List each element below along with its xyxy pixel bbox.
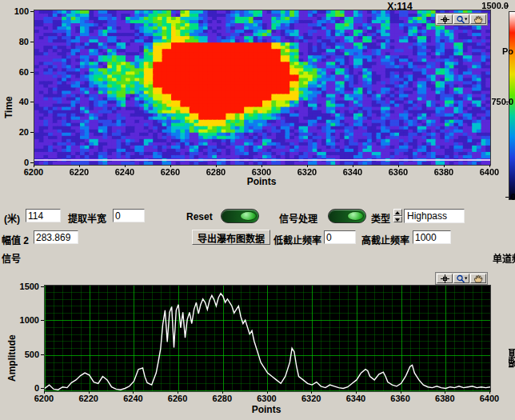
y-axis-tick-label: 100 <box>5 6 29 16</box>
y-axis-tick-label: 0 <box>5 158 29 167</box>
x-axis-tick-label: 6300 <box>248 167 275 177</box>
waveform-line <box>45 294 490 390</box>
bottom-graph-x-axis-label: Points <box>234 404 298 415</box>
x-axis-tick-label: 6220 <box>75 394 102 403</box>
y-axis-tick-mark <box>41 320 44 321</box>
bottom-graph-palette <box>435 272 488 285</box>
y-axis-tick-mark <box>30 162 34 163</box>
signal-process-switch[interactable] <box>328 209 366 223</box>
ramp-tick-mark <box>505 6 509 6</box>
y-axis-tick-mark <box>41 388 44 389</box>
x-axis-tick-label: 6360 <box>385 167 412 177</box>
x-axis-tick-label: 6220 <box>66 167 93 177</box>
x-axis-tick-mark <box>267 391 268 394</box>
x-axis-tick-mark <box>178 391 178 394</box>
filter-type-spinner[interactable] <box>393 209 402 222</box>
x-axis-tick-mark <box>398 165 399 167</box>
zoom-icon <box>456 15 468 24</box>
amplitude2-field[interactable] <box>34 230 78 244</box>
x-axis-tick-label: 6340 <box>339 167 366 177</box>
spectrogram-cursor-line[interactable] <box>34 159 490 161</box>
hand-tool-button[interactable] <box>470 14 486 24</box>
spinner-up-icon[interactable] <box>393 209 402 216</box>
x-axis-tick-mark <box>444 165 445 167</box>
x-axis-tick-label: 6300 <box>254 394 281 403</box>
signal-process-switch-knob <box>347 211 364 221</box>
y-axis-tick-mark <box>41 354 44 355</box>
y-axis-tick-mark <box>30 72 34 73</box>
top-graph-x-axis-label: Points <box>230 176 293 187</box>
x-axis-tick-mark <box>356 391 357 394</box>
x-axis-tick-mark <box>261 165 262 167</box>
y-axis-tick-label: 60 <box>5 67 29 77</box>
y-axis-tick-label: 0 <box>15 383 39 393</box>
crosshair-icon <box>439 274 451 283</box>
waveform-plot[interactable] <box>44 285 491 392</box>
x-axis-tick-label: 6380 <box>431 394 458 403</box>
x-axis-tick-mark <box>489 165 490 167</box>
spectrogram-canvas[interactable] <box>34 10 490 165</box>
waveform-trace <box>45 286 490 391</box>
crosshair-icon <box>439 15 451 24</box>
filter-type-ring[interactable]: Highpass <box>404 209 465 223</box>
y-axis-tick-label: 1500 <box>15 282 39 291</box>
signal-section-label: 信号 <box>2 251 21 265</box>
filter-type-label: 类型 <box>371 211 390 225</box>
crosshair-tool-button[interactable] <box>437 14 453 24</box>
zoom-tool-button[interactable] <box>453 14 469 24</box>
x-axis-tick-mark <box>89 391 90 394</box>
reset-switch[interactable] <box>221 209 259 223</box>
x-axis-tick-mark <box>133 391 134 394</box>
x-axis-tick-mark <box>34 165 34 167</box>
x-axis-tick-mark <box>170 165 171 167</box>
reset-label: Reset <box>186 211 213 222</box>
x-axis-tick-mark <box>44 391 45 394</box>
single-channel-section-label: 单道频 <box>493 251 515 265</box>
color-ramp-partial-label: Po <box>502 46 513 56</box>
x-axis-tick-label: 6240 <box>119 394 146 403</box>
y-axis-tick-label: 40 <box>5 97 29 106</box>
y-axis-tick-label: 1000 <box>15 315 39 325</box>
y-axis-tick-label: 20 <box>5 127 29 137</box>
x-axis-tick-label: 6380 <box>430 167 457 177</box>
x-axis-tick-mark <box>353 165 353 167</box>
hand-icon <box>473 15 485 24</box>
x-axis-tick-label: 6360 <box>387 394 414 403</box>
x-axis-tick-mark <box>489 391 490 394</box>
y-axis-tick-mark <box>30 102 34 102</box>
zoom-icon <box>456 274 468 283</box>
spinner-down-icon[interactable] <box>393 216 402 223</box>
x-axis-tick-label: 6320 <box>297 394 325 403</box>
ramp-tick-mark <box>505 197 509 198</box>
hand-icon <box>473 274 485 283</box>
x-axis-tick-label: 6280 <box>209 394 236 403</box>
x-axis-tick-label: 6200 <box>30 394 58 403</box>
labview-front-panel: X:114 Time Points 1500.0 750.0 0.0 Po (米… <box>0 0 515 420</box>
x-axis-tick-label: 6280 <box>202 167 230 177</box>
x-axis-tick-mark <box>311 391 312 394</box>
crosshair-tool-button[interactable] <box>437 274 453 283</box>
x-axis-tick-mark <box>445 391 445 394</box>
x-axis-tick-label: 6340 <box>342 394 369 403</box>
top-graph-palette <box>435 13 488 26</box>
hand-tool-button[interactable] <box>470 274 486 283</box>
x-axis-tick-mark <box>125 165 126 167</box>
zoom-tool-button[interactable] <box>453 274 469 283</box>
y-axis-tick-mark <box>30 132 34 133</box>
x-axis-tick-label: 6260 <box>157 167 184 177</box>
high-cutoff-label: 高截止频率 <box>361 233 409 246</box>
export-waterfall-button[interactable]: 导出瀑布图数据 <box>192 230 270 245</box>
high-cutoff-field[interactable] <box>413 230 451 244</box>
x-axis-tick-mark <box>79 165 80 167</box>
low-cutoff-label: 低截止频率 <box>273 233 321 246</box>
meter-position-field[interactable] <box>26 209 61 222</box>
clipped-right-panel-y-label: 幅值 <box>507 320 515 368</box>
low-cutoff-field[interactable] <box>324 230 356 244</box>
x-axis-tick-label: 6260 <box>164 394 191 403</box>
x-axis-tick-label: 6320 <box>293 167 321 177</box>
y-axis-tick-mark <box>30 42 34 42</box>
half-width-label: 提取半宽 <box>68 211 106 225</box>
half-width-field[interactable] <box>113 209 145 222</box>
x-axis-tick-label: 6400 <box>476 394 503 403</box>
spectrogram-plot[interactable] <box>34 10 491 166</box>
